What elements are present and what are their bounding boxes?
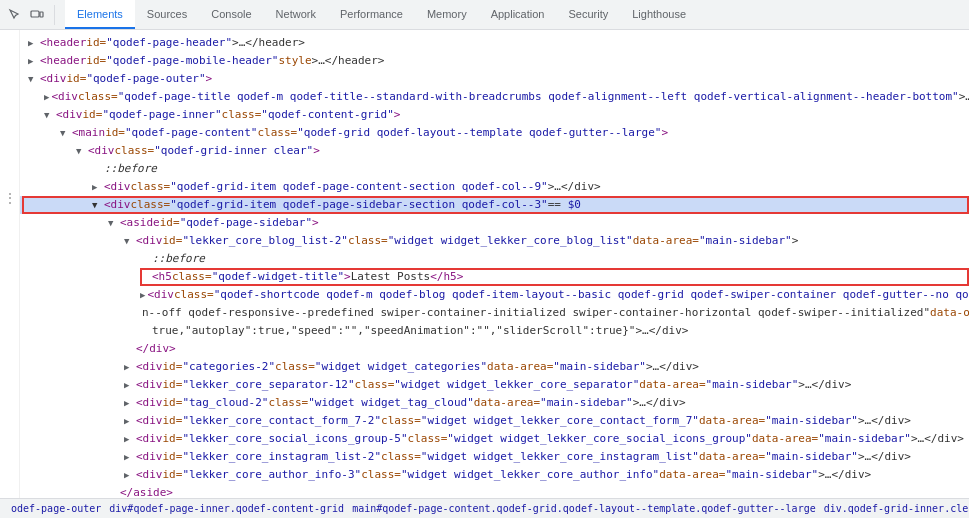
expand-arrow[interactable] — [124, 377, 134, 393]
tab-security[interactable]: Security — [556, 0, 620, 29]
expand-arrow[interactable] — [124, 467, 134, 483]
dom-line[interactable]: <div id="lekker_core_author_info-3" clas… — [20, 466, 969, 484]
dom-line[interactable]: ::before — [20, 160, 969, 178]
expand-arrow[interactable] — [124, 413, 134, 429]
dom-line-h5[interactable]: <h5 class="qodef-widget-title">Latest Po… — [20, 268, 969, 286]
dom-line[interactable]: ::before — [20, 250, 969, 268]
inspect-icon[interactable] — [6, 6, 24, 24]
expand-arrow[interactable] — [28, 35, 38, 51]
expand-arrow[interactable] — [60, 125, 70, 141]
tab-performance[interactable]: Performance — [328, 0, 415, 29]
expand-arrow[interactable] — [76, 143, 86, 159]
expand-arrow[interactable] — [124, 359, 134, 375]
dom-line[interactable]: <header id="qodef-page-header" >…</heade… — [20, 34, 969, 52]
gutter-dots: ⋮ — [3, 190, 17, 206]
status-bar: odef-page-outer div#qodef-page-inner.qod… — [0, 498, 969, 518]
tab-lighthouse[interactable]: Lighthouse — [620, 0, 698, 29]
breadcrumb-item-2[interactable]: div#qodef-page-inner.qodef-content-grid — [106, 503, 347, 514]
expand-arrow[interactable] — [44, 107, 54, 123]
tab-elements[interactable]: Elements — [65, 0, 135, 29]
tab-console[interactable]: Console — [199, 0, 263, 29]
expand-arrow[interactable] — [92, 197, 102, 213]
dom-line[interactable]: <div class="qodef-grid-item qodef-page-c… — [20, 178, 969, 196]
dom-line[interactable]: <main id="qodef-page-content" class="qod… — [20, 124, 969, 142]
svg-rect-0 — [31, 11, 39, 17]
expand-arrow[interactable] — [124, 431, 134, 447]
tab-application[interactable]: Application — [479, 0, 557, 29]
expand-arrow[interactable] — [124, 233, 134, 249]
expand-arrow[interactable] — [44, 89, 49, 105]
breadcrumb-item-3[interactable]: main#qodef-page-content.qodef-grid.qodef… — [349, 503, 819, 514]
main-content: ⋮ <header id="qodef-page-header" >…</hea… — [0, 30, 969, 498]
dom-line[interactable]: <header id="qodef-page-mobile-header" st… — [20, 52, 969, 70]
toolbar-icons — [0, 5, 65, 25]
dom-panel[interactable]: <header id="qodef-page-header" >…</heade… — [20, 30, 969, 498]
svg-rect-1 — [40, 12, 43, 17]
dom-line[interactable]: <div id="lekker_core_contact_form_7-2" c… — [20, 412, 969, 430]
expand-arrow[interactable] — [108, 215, 118, 231]
dom-line[interactable]: <div id="tag_cloud-2" class="widget widg… — [20, 394, 969, 412]
expand-arrow[interactable] — [140, 287, 145, 303]
dom-line[interactable]: <div id="lekker_core_social_icons_group-… — [20, 430, 969, 448]
device-toggle-icon[interactable] — [28, 6, 46, 24]
expand-arrow[interactable] — [28, 71, 38, 87]
dom-line[interactable]: <div id="lekker_core_blog_list-2" class=… — [20, 232, 969, 250]
expand-arrow[interactable] — [28, 53, 38, 69]
tab-sources[interactable]: Sources — [135, 0, 199, 29]
breadcrumb-item-4[interactable]: div.qodef-grid-inner.clear — [821, 503, 969, 514]
dom-line[interactable]: <div class="qodef-grid-inner clear"> — [20, 142, 969, 160]
dom-line[interactable]: n--off qodef-responsive--predefined swip… — [20, 304, 969, 322]
dom-line[interactable]: true,"autoplay":true,"speed":"","speedAn… — [20, 322, 969, 340]
toolbar-separator — [54, 5, 55, 25]
devtools-toolbar: Elements Sources Console Network Perform… — [0, 0, 969, 30]
expand-arrow[interactable] — [92, 179, 102, 195]
dom-line[interactable]: <div id="lekker_core_instagram_list-2" c… — [20, 448, 969, 466]
dom-line[interactable]: <div id="qodef-page-outer"> — [20, 70, 969, 88]
tab-network[interactable]: Network — [264, 0, 328, 29]
dom-line[interactable]: </aside> — [20, 484, 969, 498]
dom-line[interactable]: <div class="qodef-page-title qodef-m qod… — [20, 88, 969, 106]
dom-line[interactable]: <div id="qodef-page-inner" class="qodef-… — [20, 106, 969, 124]
left-gutter: ⋮ — [0, 30, 20, 498]
devtools-tabs: Elements Sources Console Network Perform… — [65, 0, 969, 29]
expand-arrow[interactable] — [124, 449, 134, 465]
breadcrumb-item-1[interactable]: odef-page-outer — [8, 503, 104, 514]
dom-line[interactable]: <div id="lekker_core_separator-12" class… — [20, 376, 969, 394]
expand-arrow[interactable] — [124, 395, 134, 411]
dom-line[interactable]: <div class="qodef-shortcode qodef-m qode… — [20, 286, 969, 304]
tab-memory[interactable]: Memory — [415, 0, 479, 29]
dom-line[interactable]: <aside id="qodef-page-sidebar"> — [20, 214, 969, 232]
dom-line[interactable]: </div> — [20, 340, 969, 358]
dom-line-selected[interactable]: <div class="qodef-grid-item qodef-page-s… — [20, 196, 969, 214]
dom-line[interactable]: <div id="categories-2" class="widget wid… — [20, 358, 969, 376]
